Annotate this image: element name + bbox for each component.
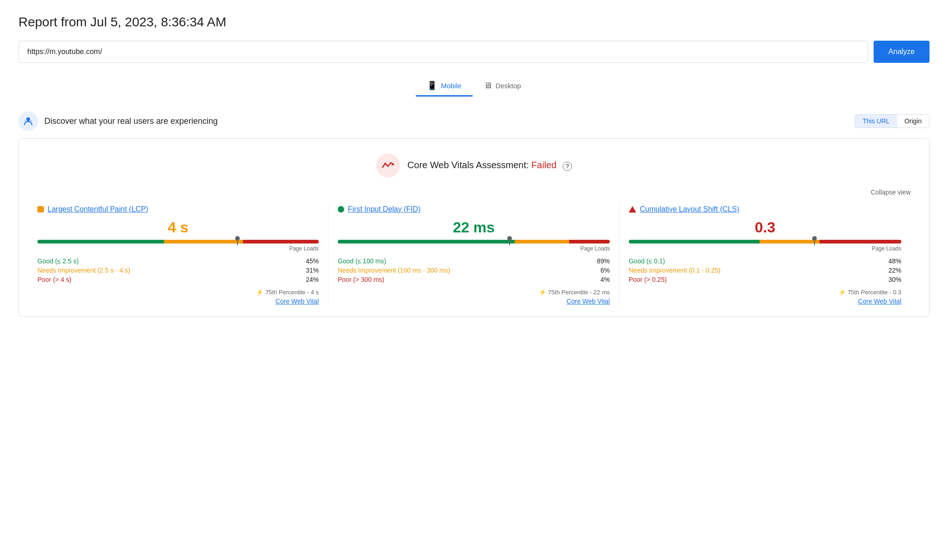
lcp-bar-good: [37, 240, 164, 243]
fid-bar-needs: [515, 240, 569, 243]
svg-point-1: [24, 120, 26, 122]
cls-row-poor: Poor (> 0.25) 30%: [629, 276, 901, 283]
fid-title[interactable]: First Input Delay (FID): [348, 205, 420, 213]
metrics-grid: Largest Contentful Paint (LCP) 4 s Page …: [37, 205, 911, 305]
cls-page-loads-label: Page Loads: [629, 245, 901, 252]
lcp-bar-needs: [164, 240, 243, 243]
section-header-left: Discover what your real users are experi…: [18, 111, 218, 131]
cls-metric-rows: Good (≤ 0.1) 48% Needs Improvement (0.1 …: [629, 257, 901, 283]
tabs-row: 📱 Mobile 🖥 Desktop: [18, 76, 930, 97]
cls-title[interactable]: Cumulative Layout Shift (CLS): [640, 205, 739, 213]
lcp-metric-rows: Good (≤ 2.5 s) 45% Needs Improvement (2.…: [37, 257, 319, 283]
url-input[interactable]: [18, 41, 868, 63]
lcp-bar: [37, 240, 319, 243]
assessment-row: Core Web Vitals Assessment: Failed ?: [37, 153, 911, 177]
lcp-title-row: Largest Contentful Paint (LCP): [37, 205, 319, 213]
fid-row-poor: Poor (> 300 ms) 4%: [338, 276, 610, 283]
cls-title-row: Cumulative Layout Shift (CLS): [629, 205, 901, 213]
tab-mobile-label: Mobile: [441, 82, 461, 90]
section-title: Discover what your real users are experi…: [44, 116, 218, 126]
fid-percentile-icon: ⚡: [539, 289, 546, 296]
cls-poor-value: 30%: [888, 276, 901, 283]
lcp-needs-label: Needs Improvement (2.5 s - 4 s): [37, 267, 130, 274]
cls-bar-good: [629, 240, 760, 243]
cls-percentile-icon: ⚡: [839, 289, 846, 296]
fid-bar: [338, 240, 610, 243]
fid-needs-value: 6%: [601, 267, 610, 274]
lcp-percentile-label: 75th Percentile - 4 s: [265, 289, 319, 296]
fid-bar-poor: [569, 240, 610, 243]
fid-bar-good: [338, 240, 515, 243]
metric-cls: Cumulative Layout Shift (CLS) 0.3 Page L…: [620, 205, 911, 305]
assessment-icon: [376, 153, 400, 177]
main-card: Core Web Vitals Assessment: Failed ? Col…: [18, 138, 930, 317]
fid-percentile: ⚡ 75th Percentile - 22 ms: [338, 289, 610, 296]
cls-row-good: Good (≤ 0.1) 48%: [629, 257, 901, 265]
cls-bar-poor: [820, 240, 901, 243]
cls-value: 0.3: [629, 219, 901, 236]
metric-lcp: Largest Contentful Paint (LCP) 4 s Page …: [37, 205, 328, 305]
svg-point-3: [384, 163, 386, 164]
lcp-page-loads-label: Page Loads: [37, 245, 319, 252]
mobile-icon: 📱: [427, 80, 437, 91]
assessment-status: Failed: [531, 160, 556, 170]
fid-row-good: Good (≤ 100 ms) 89%: [338, 257, 610, 265]
lcp-core-web-vital-link[interactable]: Core Web Vital: [37, 298, 319, 305]
lcp-good-value: 45%: [306, 257, 319, 265]
tab-desktop-label: Desktop: [496, 82, 521, 90]
cls-needs-value: 22%: [888, 267, 901, 274]
fid-metric-rows: Good (≤ 100 ms) 89% Needs Improvement (1…: [338, 257, 610, 283]
lcp-poor-value: 24%: [306, 276, 319, 283]
fid-page-loads-label: Page Loads: [338, 245, 610, 252]
cls-bar-marker: [814, 238, 815, 245]
fid-title-row: First Input Delay (FID): [338, 205, 610, 213]
url-origin-toggle: This URL Origin: [855, 114, 930, 128]
lcp-good-label: Good (≤ 2.5 s): [37, 257, 79, 265]
origin-button[interactable]: Origin: [897, 115, 929, 128]
svg-point-0: [26, 117, 30, 121]
lcp-bar-poor: [243, 240, 319, 243]
cls-row-needs: Needs Improvement (0.1 - 0.25) 22%: [629, 267, 901, 274]
lcp-poor-label: Poor (> 4 s): [37, 276, 72, 283]
user-icon: [18, 111, 38, 131]
fid-value: 22 ms: [338, 219, 610, 236]
fid-dot: [338, 206, 344, 213]
fid-poor-label: Poor (> 300 ms): [338, 276, 384, 283]
help-icon[interactable]: ?: [563, 162, 572, 171]
cls-bar: [629, 240, 901, 243]
tab-mobile[interactable]: 📱 Mobile: [416, 76, 472, 97]
cls-dot: [629, 206, 636, 213]
fid-needs-label: Needs Improvement (100 ms - 300 ms): [338, 267, 450, 274]
fid-percentile-label: 75th Percentile - 22 ms: [548, 289, 610, 296]
collapse-row: Collapse view: [37, 189, 911, 196]
fid-core-web-vital-link[interactable]: Core Web Vital: [338, 298, 610, 305]
tab-desktop[interactable]: 🖥 Desktop: [473, 76, 532, 97]
lcp-row-needs: Needs Improvement (2.5 s - 4 s) 31%: [37, 267, 319, 274]
section-header: Discover what your real users are experi…: [18, 111, 930, 131]
metric-fid: First Input Delay (FID) 22 ms Page Loads…: [328, 205, 620, 305]
cls-needs-label: Needs Improvement (0.1 - 0.25): [629, 267, 720, 274]
fid-bar-marker: [509, 238, 510, 245]
lcp-percentile-icon: ⚡: [256, 289, 263, 296]
url-bar-row: Analyze: [18, 41, 930, 63]
cls-good-value: 48%: [888, 257, 901, 265]
lcp-title[interactable]: Largest Contentful Paint (LCP): [48, 205, 148, 213]
lcp-row-good: Good (≤ 2.5 s) 45%: [37, 257, 319, 265]
cls-percentile: ⚡ 75th Percentile - 0.3: [629, 289, 901, 296]
fid-good-label: Good (≤ 100 ms): [338, 257, 386, 265]
lcp-dot: [37, 206, 44, 213]
lcp-percentile: ⚡ 75th Percentile - 4 s: [37, 289, 319, 296]
assessment-label: Core Web Vitals Assessment:: [407, 160, 531, 170]
desktop-icon: 🖥: [484, 81, 492, 91]
this-url-button[interactable]: This URL: [855, 115, 897, 128]
report-title: Report from Jul 5, 2023, 8:36:34 AM: [18, 15, 930, 30]
svg-point-2: [30, 120, 32, 122]
lcp-needs-value: 31%: [306, 267, 319, 274]
cls-bar-needs: [760, 240, 820, 243]
cls-core-web-vital-link[interactable]: Core Web Vital: [629, 298, 901, 305]
analyze-button[interactable]: Analyze: [874, 41, 930, 63]
collapse-link[interactable]: Collapse view: [871, 189, 911, 196]
fid-poor-value: 4%: [601, 276, 610, 283]
cls-poor-label: Poor (> 0.25): [629, 276, 667, 283]
cls-percentile-label: 75th Percentile - 0.3: [848, 289, 901, 296]
